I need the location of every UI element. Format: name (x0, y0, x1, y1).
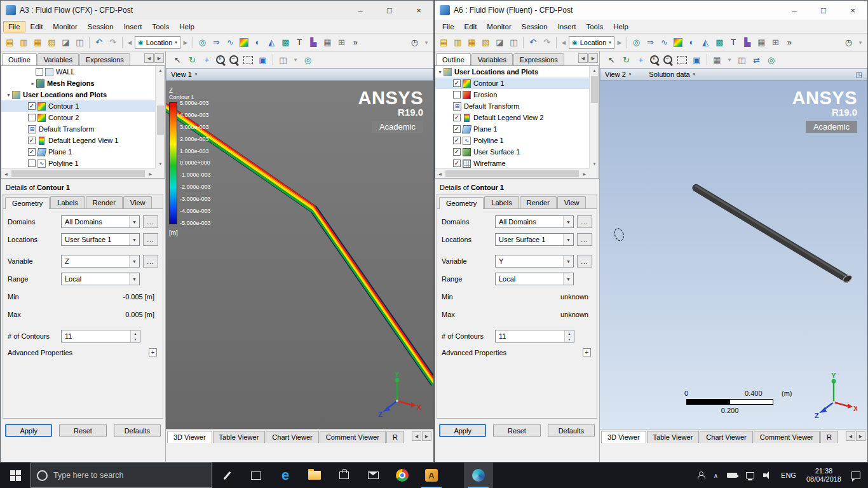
fit-view-icon[interactable]: ▣ (690, 53, 703, 67)
timestep-icon[interactable]: ◷ (408, 36, 421, 49)
tab-scroll-left-icon[interactable]: ◀ (846, 431, 855, 441)
expander-open-icon[interactable]: ▾ (5, 92, 12, 98)
calculator-icon[interactable]: ⊞ (769, 36, 782, 49)
view-layout-icon[interactable]: ◳ (856, 71, 862, 79)
tree-item-polyline-1[interactable]: ✓ ∿ Polyline 1 (435, 135, 589, 146)
probe-icon[interactable]: ◎ (630, 36, 643, 49)
tree-item-user-locations[interactable]: ▾ User Locations and Plots (1, 89, 155, 100)
scroll-up-icon[interactable]: ▲ (156, 66, 165, 75)
tab-view[interactable]: View (123, 196, 153, 208)
chevron-down-icon[interactable]: ▼ (129, 255, 139, 267)
network-button[interactable] (742, 463, 759, 488)
snapshot-icon[interactable]: ◪ (59, 36, 72, 49)
probe-cursor-icon[interactable]: ◎ (301, 53, 315, 67)
tree-item-default-transform[interactable]: ⊞ Default Transform (435, 100, 589, 112)
table-icon[interactable]: ▦ (755, 36, 768, 49)
ansys-workbench-button[interactable]: A (417, 463, 446, 488)
menu-insert[interactable]: Insert (553, 21, 581, 32)
tab-labels[interactable]: Labels (484, 196, 519, 208)
action-center-button[interactable] (847, 463, 865, 488)
close-button[interactable]: × (838, 1, 867, 20)
pan-icon[interactable]: + (634, 53, 648, 67)
tab-3d-viewer[interactable]: 3D Viewer (167, 431, 212, 443)
chevron-down-icon[interactable]: ▼ (563, 234, 573, 245)
menu-session[interactable]: Session (83, 21, 119, 32)
scroll-right-icon[interactable]: ▶ (146, 169, 155, 179)
volume-icon[interactable]: ▩ (279, 36, 292, 49)
chevron-down-icon[interactable]: ▼ (563, 216, 573, 227)
range-dropdown[interactable]: Local ▼ (495, 273, 574, 285)
chevron-down-icon[interactable]: ▼ (129, 273, 139, 285)
tree-item-plane-1[interactable]: ✓ Plane 1 (1, 146, 155, 158)
zoom-out-icon[interactable]: − (228, 54, 240, 66)
tab-report-viewer[interactable]: R (386, 431, 404, 443)
text-label-icon[interactable]: T (293, 36, 306, 49)
scroll-left-icon[interactable]: ◀ (1, 169, 11, 179)
checkbox-checked[interactable]: ✓ (453, 125, 461, 133)
undo-icon[interactable]: ↶ (526, 36, 539, 49)
fit-view-icon[interactable]: ▣ (256, 53, 269, 67)
toolbar-caret-icon[interactable]: ▾ (422, 36, 431, 49)
checkbox-unchecked[interactable] (28, 159, 36, 167)
expander-collapsed-icon[interactable]: ▸ (29, 81, 36, 86)
tree-item-user-surface-1[interactable]: ✓ User Surface 1 (435, 146, 589, 158)
text-label-icon[interactable]: T (727, 36, 740, 49)
menu-file[interactable]: File (437, 21, 459, 32)
scroll-left-icon[interactable]: ◀ (435, 169, 445, 179)
vector-icon[interactable]: ⇒ (210, 36, 223, 49)
toolbar-caret-icon[interactable]: ▾ (856, 36, 865, 49)
location-dropdown[interactable]: ◉ Location ▾ (569, 36, 614, 49)
checkbox-checked[interactable]: ✓ (453, 148, 461, 156)
tab-variables[interactable]: Variables (37, 53, 79, 65)
load-results-icon[interactable]: ▤ (3, 36, 17, 49)
maximize-button[interactable]: □ (809, 1, 838, 20)
location-forward-icon[interactable]: ▶ (181, 36, 190, 49)
redo-icon[interactable]: ↷ (540, 36, 553, 49)
tree-vertical-scrollbar[interactable]: ▲ ▼ (155, 66, 165, 168)
locations-more-button[interactable]: ... (143, 233, 158, 246)
titlebar[interactable]: A3 : Fluid Flow (CFX) - CFD-Post – □ × (1, 1, 433, 20)
spin-up-icon[interactable]: ▲ (131, 330, 140, 336)
tab-comment-viewer[interactable]: Comment Viewer (320, 431, 386, 443)
location-forward-icon[interactable]: ▶ (615, 36, 624, 49)
apply-button[interactable]: Apply (5, 424, 52, 437)
range-dropdown[interactable]: Local ▼ (61, 273, 140, 285)
menu-session[interactable]: Session (517, 21, 553, 32)
tab-expressions[interactable]: Expressions (79, 53, 130, 65)
spin-down-icon[interactable]: ▼ (565, 336, 574, 342)
tab-chart-viewer[interactable]: Chart Viewer (700, 431, 752, 443)
chrome-button[interactable] (388, 463, 417, 488)
isosurface-icon[interactable]: ◐ (685, 36, 698, 49)
tab-chart-viewer[interactable]: Chart Viewer (266, 431, 318, 443)
view-name[interactable]: View 2 (605, 71, 626, 78)
save-state-icon[interactable]: ▥ (17, 36, 31, 49)
redo-icon[interactable]: ↷ (106, 36, 119, 49)
streamline-icon[interactable]: ∿ (224, 36, 237, 49)
spin-down-icon[interactable]: ▼ (131, 336, 140, 342)
spin-up-icon[interactable]: ▲ (565, 330, 574, 336)
zoom-in-icon[interactable]: + (649, 54, 661, 66)
load-results-icon[interactable]: ▤ (437, 36, 451, 49)
scroll-right-icon[interactable]: ▶ (580, 169, 589, 179)
copy-icon[interactable]: ◫ (507, 36, 520, 49)
locations-dropdown[interactable]: User Surface 1 ▼ (495, 233, 574, 246)
scrollbar-thumb[interactable] (445, 170, 579, 177)
tab-scroll-right-icon[interactable]: ▶ (856, 431, 865, 441)
expander-open-icon[interactable]: ▾ (437, 69, 444, 75)
report-templates-icon[interactable]: ▦ (31, 36, 44, 49)
menu-insert[interactable]: Insert (119, 21, 147, 32)
tree-item-contour-1[interactable]: ✓ Contour 1 (435, 78, 589, 89)
expand-advanced-button[interactable]: + (149, 348, 157, 356)
expand-advanced-button[interactable]: + (583, 348, 591, 356)
isosurface-icon[interactable]: ◐ (251, 36, 264, 49)
tree-item-contour-2[interactable]: Contour 2 (1, 112, 155, 123)
tab-labels[interactable]: Labels (50, 196, 85, 208)
maximize-button[interactable]: □ (375, 1, 404, 20)
undo-icon[interactable]: ↶ (92, 36, 105, 49)
3d-viewport[interactable]: ANSYS R19.0 Academic 0 0.400 (m) 0.200 Y (600, 81, 867, 429)
data-source-name[interactable]: Solution data (649, 71, 689, 78)
viewport-layout-icon[interactable]: ◫ (276, 53, 290, 67)
tab-scroll-left-icon[interactable]: ◀ (578, 53, 588, 63)
start-button[interactable] (0, 463, 31, 488)
tab-scroll-left-icon[interactable]: ◀ (412, 431, 421, 441)
